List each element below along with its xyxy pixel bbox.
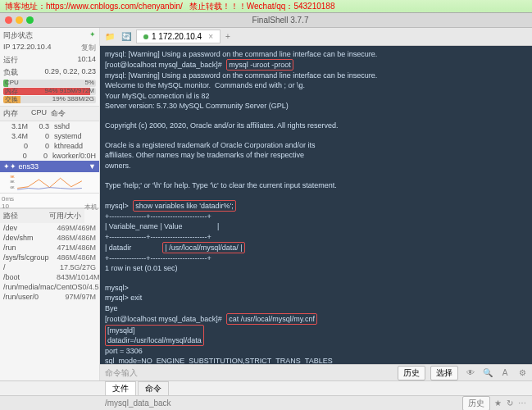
font-icon[interactable]: A — [500, 368, 510, 378]
highlight-cmd: mysql -uroot -proot — [226, 59, 293, 71]
process-row[interactable]: 3.1M0.3sshd — [0, 121, 99, 131]
path-history-button[interactable]: 历史 — [462, 396, 490, 411]
select-button[interactable]: 选择 — [430, 366, 458, 380]
load-value: 0.29, 0.22, 0.23 — [44, 67, 96, 78]
chevron-down-icon: ▼ — [89, 162, 96, 171]
uptime-value: 10:14 — [77, 55, 96, 66]
command-input-bar: 命令输入 历史 选择 👁 🔍 A ⚙ — [100, 364, 532, 380]
more-icon[interactable]: ⋯ — [517, 399, 527, 408]
svg-text:9K: 9K — [10, 175, 14, 179]
search-icon[interactable]: 🔍 — [483, 368, 493, 378]
sync-icon[interactable]: 🔄 — [120, 30, 133, 43]
uptime-label: 运行 — [3, 55, 18, 66]
window-titlebar: FinalShell 3.7.7 — [0, 13, 532, 28]
highlight-sql: show variables like 'datadir%'; — [133, 200, 236, 212]
fs-row[interactable]: /sys/fs/cgroup486M/486M — [0, 253, 99, 262]
add-tab-button[interactable]: + — [221, 30, 235, 43]
process-header: 内存 CPU 命令 — [0, 106, 99, 121]
fs-row[interactable]: /dev/shm486M/486M — [0, 233, 99, 243]
highlight-section: [mysqld] datadir=/usr/local/mysql/data — [105, 325, 204, 346]
process-list: 3.1M0.3sshd 3.4M0systemd 00kthreadd 00kw… — [0, 121, 99, 161]
path-bar: /mysql_data_back 历史 ★ ↻ ⋯ — [0, 395, 532, 410]
bookmark-icon[interactable]: ★ — [493, 399, 502, 408]
eye-icon[interactable]: 👁 — [466, 368, 475, 378]
fs-row[interactable]: /run471M/486M — [0, 243, 99, 253]
fs-row[interactable]: /dev469M/469M — [0, 223, 99, 233]
filesystem-panel: 路径可用/大小 /dev469M/469M /dev/shm486M/486M … — [0, 208, 99, 302]
fs-row[interactable]: /boot843M/1014M — [0, 272, 99, 282]
current-path[interactable]: /mysql_data_back — [105, 399, 462, 408]
close-icon[interactable] — [5, 16, 12, 24]
highlight-datadir: | /usr/local/mysql/data/ | — [162, 242, 244, 253]
latency-chart: 0ms 10本机 — [0, 194, 99, 208]
process-row[interactable]: 00kworker/0:0H — [0, 151, 99, 161]
sub-tabs: 文件 命令 — [0, 380, 532, 395]
fs-row[interactable]: /run/media/mac/CentOS0/4.5G — [0, 282, 99, 292]
net-interface[interactable]: ✦✦ ens33▼ — [0, 161, 99, 172]
sync-status-label: 同步状态 — [3, 30, 33, 41]
window-title: FinalShell 3.7.7 — [34, 16, 527, 25]
close-tab-icon[interactable]: × — [208, 32, 213, 41]
session-tab[interactable]: 1 172.20.10.4 × — [136, 30, 221, 43]
traffic-lights — [5, 16, 34, 24]
settings-icon[interactable]: ⚙ — [517, 368, 527, 378]
zoom-icon[interactable] — [26, 16, 34, 24]
fs-row[interactable]: /run/user/097M/97M — [0, 292, 99, 302]
history-button[interactable]: 历史 — [398, 366, 425, 380]
banner-warning: 禁止转载！！！Wechat/qq：543210188 — [189, 1, 335, 12]
status-dot-icon — [143, 34, 148, 39]
blog-label: 博客地址： — [5, 1, 46, 12]
folder-icon[interactable]: 📁 — [103, 30, 116, 43]
highlight-cat: cat /usr/local/mysql/my.cnf — [226, 313, 317, 325]
blog-link[interactable]: https://www.cnblogs.com/chenyanbin/ — [46, 2, 183, 11]
tab-bar: 📁 🔄 1 172.20.10.4 × + — [100, 28, 532, 46]
minimize-icon[interactable] — [16, 16, 23, 24]
blog-banner: 博客地址： https://www.cnblogs.com/chenyanbin… — [0, 0, 532, 13]
svg-text:8K: 8K — [10, 180, 14, 184]
cpu-bar: CPU5% — [3, 80, 96, 87]
net-chart: 9K 8K 6K — [0, 172, 99, 194]
process-row[interactable]: 00kthreadd — [0, 141, 99, 151]
copy-button[interactable]: 复制 — [81, 43, 96, 53]
load-label: 负载 — [3, 67, 18, 78]
command-input[interactable]: 命令输入 — [105, 367, 393, 379]
process-row[interactable]: 3.4M0systemd — [0, 131, 99, 141]
tab-file[interactable]: 文件 — [105, 381, 136, 396]
tab-label: 1 172.20.10.4 — [152, 32, 202, 41]
terminal[interactable]: mysql: [Warning] Using a password on the… — [100, 46, 532, 364]
ip-label: IP 172.20.10.4 — [3, 43, 51, 53]
sidebar: 同步状态✦ IP 172.20.10.4复制 运行10:14 负载0.29, 0… — [0, 28, 100, 380]
fs-row[interactable]: /17.5G/27G — [0, 262, 99, 272]
mem-bar: 内存94% 915M/972M — [3, 88, 96, 95]
svg-text:6K: 6K — [10, 185, 14, 189]
refresh-icon[interactable]: ↻ — [505, 399, 515, 408]
tab-cmd[interactable]: 命令 — [138, 381, 169, 396]
swap-bar: 交换19% 388M/2G — [3, 96, 96, 103]
